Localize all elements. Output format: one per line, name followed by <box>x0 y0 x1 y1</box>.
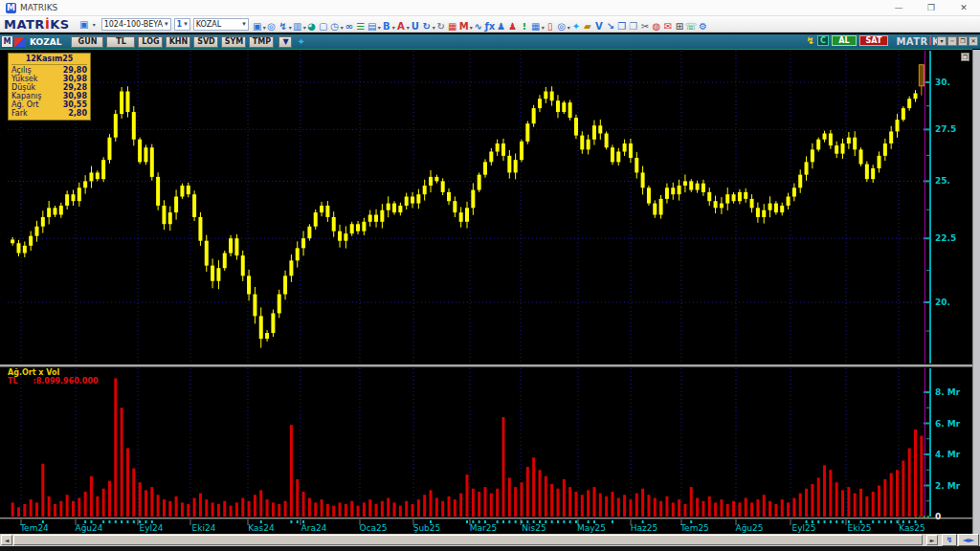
date-tick <box>830 520 832 523</box>
volume-bar <box>817 477 820 517</box>
candle <box>514 160 518 172</box>
info-row-label: Kapanış <box>11 92 41 100</box>
date-tick <box>121 520 122 523</box>
candle <box>180 186 184 197</box>
volume-bar <box>501 417 504 517</box>
scroll-left-button[interactable]: ◄ <box>1 535 12 545</box>
candle <box>16 243 20 253</box>
volume-bar <box>90 476 93 517</box>
date-tick <box>472 520 474 523</box>
date-tick <box>126 520 128 523</box>
volume-bar <box>363 502 366 517</box>
candle <box>120 92 123 115</box>
volume-bar <box>30 499 33 517</box>
candle <box>83 181 87 187</box>
date-tick <box>479 520 480 523</box>
info-row-value: 29,28 <box>63 83 87 92</box>
candle <box>605 133 609 147</box>
price-tick-label: 22.5 <box>935 233 956 243</box>
volume-bar <box>556 489 559 517</box>
date-tick <box>108 520 110 523</box>
price-tick-label: 20. <box>935 298 950 307</box>
scroll-right-button[interactable]: ► <box>926 535 938 545</box>
candle <box>847 138 851 143</box>
scrollbar-thumb[interactable] <box>13 535 923 545</box>
page-navigation-button[interactable]: ◄► <box>958 534 979 546</box>
candle <box>380 210 384 222</box>
chart-canvas[interactable]: Tem24Ağu24Eyl24Eki24Kas24Ara24Oca25Şub25… <box>0 0 980 551</box>
volume-bar <box>587 490 590 517</box>
volume-bar <box>890 474 893 518</box>
candle <box>41 217 45 227</box>
candle <box>665 187 669 199</box>
volume-bar <box>430 490 433 517</box>
pane-maximize-button[interactable]: ❐ <box>961 53 969 61</box>
date-tick <box>879 520 880 523</box>
date-tick <box>642 520 644 523</box>
volume-bar <box>811 484 813 517</box>
date-tick <box>145 520 146 523</box>
volume-bar <box>187 504 189 517</box>
volume-bar <box>114 378 117 517</box>
volume-bar <box>581 495 584 517</box>
volume-bar <box>823 465 826 517</box>
candle <box>678 186 681 194</box>
volume-bar <box>756 499 759 517</box>
volume-bar <box>212 502 214 517</box>
volume-bar <box>878 486 880 518</box>
date-tick <box>890 520 892 523</box>
candle <box>229 238 233 253</box>
date-tick <box>884 520 886 523</box>
volume-bar <box>678 499 680 517</box>
date-tick <box>806 520 808 523</box>
volume-bar <box>708 496 711 517</box>
volume-bar <box>774 504 777 517</box>
volume-bar <box>514 487 517 517</box>
volume-bar <box>550 484 553 517</box>
candle <box>525 123 529 142</box>
candle <box>241 255 245 276</box>
month-label: Haz25 <box>631 523 657 533</box>
candle <box>411 197 414 204</box>
price-tick-label: 30. <box>935 77 950 87</box>
candle <box>592 125 596 140</box>
volume-bar <box>454 499 457 517</box>
ohlc-info-box: 12Kasım25 Açılış29,80Yüksek30,98Düşük29,… <box>8 53 91 121</box>
candle <box>702 184 705 192</box>
volume-bar <box>908 449 911 518</box>
volume-bar <box>35 502 38 517</box>
volume-bar <box>84 492 87 517</box>
volume-bar <box>332 506 335 517</box>
candle <box>198 217 202 241</box>
date-tick <box>593 520 595 523</box>
candle <box>792 187 796 196</box>
volume-bar <box>11 502 14 517</box>
date-tick <box>860 520 862 523</box>
refresh-data-button[interactable]: ↯ <box>942 534 957 546</box>
candle <box>774 204 778 213</box>
volume-bar <box>672 502 675 517</box>
candle <box>750 199 754 208</box>
volume-bar <box>574 492 577 517</box>
candle <box>216 268 220 280</box>
candle <box>320 206 323 212</box>
volume-bar <box>339 502 342 517</box>
volume-bar <box>466 474 469 517</box>
date-tick <box>569 520 571 523</box>
candle <box>289 260 293 276</box>
volume-bar <box>205 499 208 517</box>
candle <box>314 212 318 227</box>
candle <box>556 100 560 112</box>
candle <box>174 197 178 213</box>
volume-bar <box>914 430 917 517</box>
volume-bar <box>132 469 135 517</box>
volume-bar <box>883 479 886 517</box>
volume-bar <box>659 501 662 517</box>
date-tick <box>139 520 141 523</box>
date-tick <box>575 520 577 523</box>
volume-bar <box>683 504 686 517</box>
volume-bar <box>54 504 56 517</box>
candle <box>441 181 445 191</box>
volume-tick-label: 2. Mr <box>935 481 961 491</box>
volume-bar <box>545 476 547 517</box>
